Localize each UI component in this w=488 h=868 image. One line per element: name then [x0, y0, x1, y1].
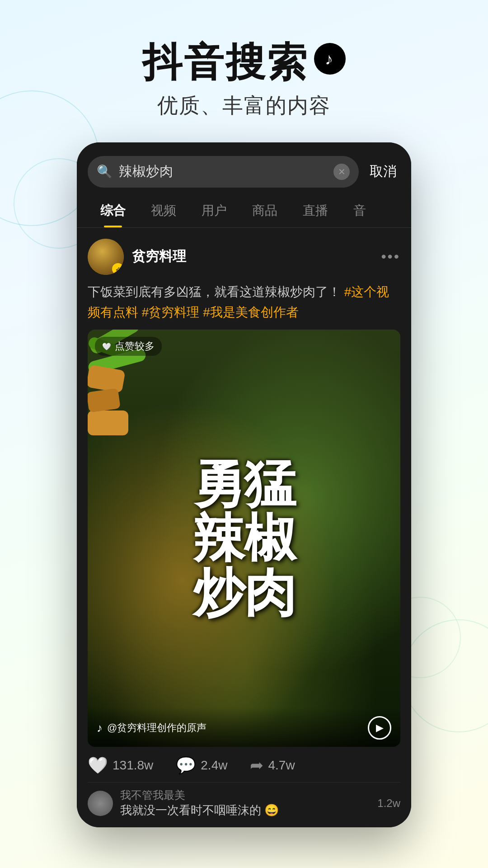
search-results: ✓ 贫穷料理 ••• 下饭菜到底有多凶猛，就看这道辣椒炒肉了！ #这个视频有点料…: [77, 228, 411, 827]
verified-badge-icon: ✓: [112, 263, 124, 275]
likes-count-item[interactable]: 🤍 131.8w: [88, 756, 153, 775]
search-icon: 🔍: [97, 164, 113, 179]
tiktok-note-icon: ♪: [97, 721, 103, 735]
comments-count-item[interactable]: 💬 2.4w: [176, 756, 227, 775]
play-icon: ▶: [376, 722, 384, 734]
comments-count: 2.4w: [201, 758, 227, 773]
tab-商品[interactable]: 商品: [239, 197, 290, 227]
video-thumbnail[interactable]: 🤍 点赞较多 勇猛 辣椒 炒肉 ♪: [88, 330, 400, 747]
username: 贫穷料理: [132, 247, 186, 266]
more-options-button[interactable]: •••: [381, 248, 400, 265]
heart-engage-icon: 🤍: [88, 756, 108, 775]
meat-element-2: [88, 388, 121, 413]
likes-badge: 🤍 点赞较多: [95, 337, 162, 356]
comment-content: 我就没一次看时不咽唾沫的 😄: [120, 802, 370, 818]
share-engage-icon: ➦: [250, 756, 263, 775]
comment-like-count: 1.2w: [377, 797, 400, 810]
tab-综合[interactable]: 综合: [88, 197, 138, 227]
search-bar[interactable]: 🔍 辣椒炒肉 ✕: [88, 156, 359, 188]
shares-count: 4.7w: [268, 758, 295, 773]
tab-视频[interactable]: 视频: [138, 197, 189, 227]
search-area: 🔍 辣椒炒肉 ✕ 取消: [77, 142, 411, 188]
commenter-username: 我不管我最美: [120, 788, 370, 802]
post-description: 下饭菜到底有多凶猛，就看这道辣椒炒肉了！ #这个视频有点料 #贫穷料理 #我是美…: [88, 282, 400, 330]
tabs-bar: 综合 视频 用户 商品 直播 音: [77, 188, 411, 228]
comment-engage-icon: 💬: [176, 756, 196, 775]
search-query: 辣椒炒肉: [119, 162, 327, 181]
shares-count-item[interactable]: ➦ 4.7w: [250, 756, 295, 775]
commenter-avatar: [88, 791, 113, 816]
video-overlay-text: 勇猛 辣椒 炒肉: [193, 457, 295, 620]
tab-用户[interactable]: 用户: [189, 197, 239, 227]
engagement-row: 🤍 131.8w 💬 2.4w ➦ 4.7w: [88, 747, 400, 782]
sound-text: @贫穷料理创作的原声: [107, 721, 206, 735]
tab-直播[interactable]: 直播: [290, 197, 341, 227]
sound-info: ♪ @贫穷料理创作的原声: [97, 721, 206, 735]
likes-count: 131.8w: [113, 758, 153, 773]
app-subtitle: 优质、丰富的内容: [142, 92, 346, 120]
app-title-text: 抖音搜索: [142, 41, 309, 85]
avatar: ✓: [88, 239, 124, 275]
comment-text: 我不管我最美 我就没一次看时不咽唾沫的 😄: [120, 788, 370, 818]
tiktok-logo-icon: ♪: [314, 43, 346, 75]
user-info: ✓ 贫穷料理: [88, 239, 186, 275]
meat-element-3: [88, 410, 128, 435]
clear-icon: ✕: [338, 166, 346, 177]
video-bottom-bar: ♪ @贫穷料理创作的原声 ▶: [88, 707, 400, 747]
post-author-card: ✓ 贫穷料理 •••: [88, 228, 400, 282]
video-text-overlay: 勇猛 辣椒 炒肉: [193, 457, 295, 620]
likes-badge-text: 点赞较多: [115, 340, 155, 353]
clear-button[interactable]: ✕: [333, 164, 350, 180]
tab-音[interactable]: 音: [341, 197, 379, 227]
cancel-button[interactable]: 取消: [366, 162, 400, 181]
heart-icon: 🤍: [102, 342, 111, 351]
comment-preview: 我不管我最美 我就没一次看时不咽唾沫的 😄 1.2w: [88, 782, 400, 827]
meat-element-1: [88, 365, 126, 393]
app-title: 抖音搜索 ♪: [142, 41, 346, 85]
play-button[interactable]: ▶: [368, 716, 391, 740]
phone-mockup: 🔍 辣椒炒肉 ✕ 取消 综合 视频 用户 商品 直播: [77, 142, 411, 827]
